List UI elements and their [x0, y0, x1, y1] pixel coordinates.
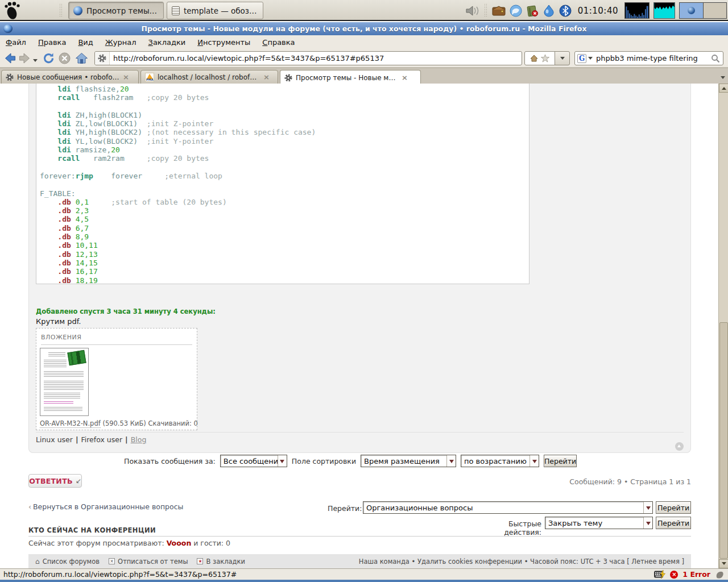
- signature-blog-link[interactable]: Blog: [131, 435, 147, 444]
- water-drop-icon[interactable]: [543, 5, 555, 17]
- error-icon[interactable]: ×: [670, 571, 678, 579]
- scrollbar-down-button[interactable]: [719, 559, 728, 568]
- dropdown-arrow-icon: [643, 502, 652, 513]
- jump-go-button[interactable]: Перейти: [656, 501, 691, 514]
- bluetooth-icon[interactable]: [559, 5, 572, 17]
- dropdown-arrow-icon: [643, 517, 652, 529]
- tab-gear-favicon: [6, 73, 14, 81]
- tab-close-icon[interactable]: ×: [123, 73, 129, 81]
- tray-drag-handle[interactable]: [484, 3, 488, 18]
- quick-actions-go-button[interactable]: Перейти: [656, 517, 691, 529]
- up-arrow-icon: [677, 444, 681, 447]
- attachments-header: ВЛОЖЕНИЯ: [41, 334, 81, 341]
- scrollbar-thumb[interactable]: [719, 322, 728, 559]
- pdf-thumbnail[interactable]: [40, 348, 89, 416]
- sort-field-select[interactable]: Время размещения: [361, 455, 456, 467]
- menu-edit[interactable]: Правка: [38, 38, 66, 47]
- dropdown-arrow-icon: [530, 455, 539, 467]
- online-user-link[interactable]: Vooon: [167, 539, 192, 547]
- google-search-engine-icon[interactable]: G: [577, 54, 586, 63]
- wallet-icon[interactable]: [492, 5, 506, 16]
- address-bar[interactable]: http://roboforum.ru.local/viewtopic.php?…: [94, 51, 522, 65]
- file-manager-icon: [172, 6, 180, 15]
- error-count[interactable]: 1 Error: [682, 570, 710, 579]
- footer-link-unsubscribe[interactable]: × Отписаться от темы: [109, 558, 188, 566]
- window-titlebar[interactable]: Просмотр темы - Новые модули на форуме (…: [0, 22, 728, 35]
- taskbar-window-filemanager[interactable]: template — обозревател...: [167, 2, 263, 19]
- unsubscribe-icon: ×: [109, 558, 115, 564]
- who-is-online-divider: [28, 536, 691, 537]
- pdf-text-lines: [44, 381, 84, 390]
- sort-direction-select[interactable]: по возрастанию: [461, 455, 539, 467]
- scrollbar-up-button[interactable]: [719, 84, 728, 93]
- back-button[interactable]: [3, 52, 16, 65]
- navigation-toolbar: http://roboforum.ru.local/viewtopic.php?…: [0, 49, 728, 68]
- menu-view[interactable]: Вид: [78, 38, 93, 47]
- urlbar-history-dropdown[interactable]: [555, 51, 570, 65]
- stop-button[interactable]: [58, 52, 71, 65]
- tab-list-dropdown[interactable]: [721, 76, 725, 81]
- footer-info-links[interactable]: Наша команда • Удалить cookies конференц…: [359, 558, 684, 566]
- workspace-inactive[interactable]: [703, 3, 726, 18]
- quick-actions-label: Быстрые действия:: [472, 519, 541, 537]
- menu-bookmarks[interactable]: Закладки: [148, 38, 186, 47]
- tab-phpmyadmin[interactable]: PMA localhost / localhost / roboforu... …: [140, 70, 278, 84]
- status-bar: http://roboforum.ru.local/viewtopic.php?…: [0, 568, 728, 580]
- tab-close-icon[interactable]: ×: [263, 73, 270, 81]
- menu-help[interactable]: Справка: [262, 38, 295, 47]
- menu-history[interactable]: Журнал: [105, 38, 136, 47]
- tab-view-topic-active[interactable]: Просмотр темы - Новые моду... ×: [280, 70, 421, 85]
- taskbar-window-firefox[interactable]: Просмотр темы - Новые ...: [68, 2, 164, 19]
- menu-tools[interactable]: Инструменты: [197, 38, 250, 47]
- gesture-addon-icon[interactable]: [715, 570, 725, 579]
- search-input-text[interactable]: phpbb3 mime-type filtering: [593, 54, 711, 63]
- forward-button[interactable]: [18, 52, 31, 65]
- search-engine-dropdown[interactable]: [588, 57, 593, 62]
- keyboard-layout-icon[interactable]: [654, 570, 665, 579]
- tab-close-icon[interactable]: ×: [402, 73, 408, 82]
- back-forward-dropdown[interactable]: [33, 59, 38, 64]
- back-to-top-button[interactable]: [675, 442, 684, 451]
- vertical-scrollbar[interactable]: [718, 84, 728, 568]
- code-block: ldi flashsize,20 rcall flash2ram ;copy 2…: [36, 84, 530, 284]
- edit-note: Добавлено спустя 3 часа 31 минуту 4 секу…: [36, 307, 216, 315]
- footer-link-bookmark[interactable]: ★ В закладки: [197, 558, 245, 566]
- address-bar-text[interactable]: http://roboforum.ru.local/viewtopic.php?…: [110, 54, 384, 63]
- bookmark-star-icon[interactable]: [541, 54, 549, 63]
- attachments-box: ВЛОЖЕНИЯ OR-AVR-M32-N.pdf (590.53 КиБ) С…: [36, 328, 197, 430]
- workspace-switcher[interactable]: [679, 2, 727, 19]
- cpu-monitor-applet[interactable]: [624, 2, 650, 19]
- chat-icon[interactable]: [510, 5, 522, 17]
- signature-text: Linux user: [36, 435, 73, 444]
- attachment-meta-row: OR-AVR-M32-N.pdf (590.53 КиБ) Скачиваний…: [40, 419, 198, 427]
- pdf-text-lines: [44, 407, 82, 411]
- menu-file[interactable]: Файл: [6, 38, 26, 47]
- jump-to-label: Перейти:: [328, 504, 362, 513]
- chevron-left-icon: ‹: [28, 502, 31, 511]
- quick-actions-select[interactable]: Закрыть тему: [545, 517, 653, 529]
- tab-title: Просмотр темы - Новые моду...: [296, 74, 398, 82]
- pdf-pcb-image: [67, 350, 86, 365]
- show-posts-label: Показать сообщения за:: [124, 457, 216, 465]
- dictionary-offline-icon[interactable]: [526, 5, 539, 17]
- gnome-menu-icon[interactable]: [2, 1, 22, 20]
- volume-icon[interactable]: [465, 5, 480, 17]
- urlbar-action-buttons: [524, 51, 555, 65]
- reload-button[interactable]: [42, 52, 55, 65]
- network-monitor-applet[interactable]: [653, 2, 675, 19]
- show-posts-select[interactable]: Все сообщения: [220, 455, 287, 467]
- search-bar[interactable]: G phpbb3 mime-type filtering: [574, 51, 723, 65]
- jump-to-select[interactable]: Организационные вопросы: [363, 501, 653, 514]
- attachment-link[interactable]: OR-AVR-M32-N.pdf: [40, 419, 101, 428]
- reply-button[interactable]: ОТВЕТИТЬ ↙: [28, 474, 82, 488]
- search-magnifier-icon[interactable]: [711, 54, 720, 63]
- return-to-forum-link[interactable]: ‹Вернуться в Организационные вопросы: [28, 502, 183, 511]
- workspace-active[interactable]: [680, 3, 703, 18]
- sort-go-button[interactable]: Перейти: [544, 455, 577, 467]
- go-home-icon[interactable]: [530, 55, 538, 62]
- tab-new-posts[interactable]: Новые сообщения • roboforu... ×: [1, 70, 139, 84]
- panel-drag-handle[interactable]: [59, 3, 63, 18]
- footer-link-forum-list[interactable]: ⌂ Список форумов: [35, 558, 100, 566]
- home-button[interactable]: [75, 52, 88, 65]
- dropdown-arrow-icon: [446, 455, 456, 467]
